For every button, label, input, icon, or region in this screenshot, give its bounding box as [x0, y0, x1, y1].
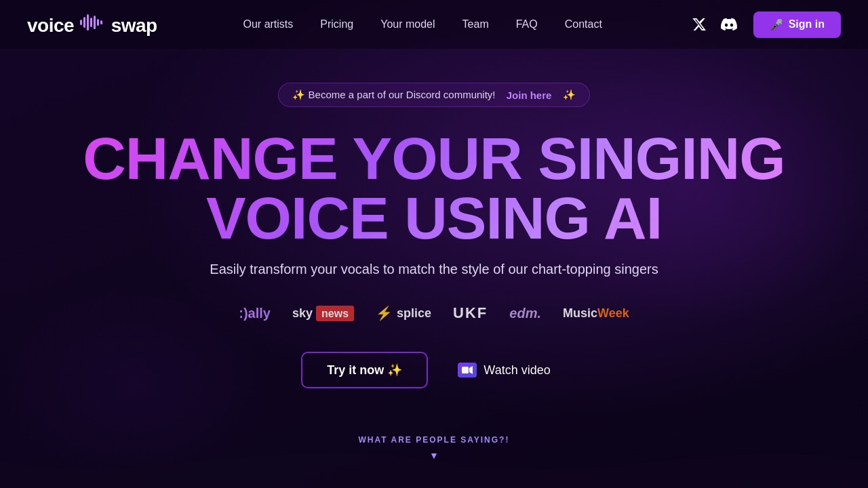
- nav-link-your-model[interactable]: Your model: [370, 13, 446, 36]
- try-now-label: Try it now ✨: [327, 363, 402, 378]
- logo[interactable]: voice swap: [27, 13, 157, 37]
- try-now-button[interactable]: Try it now ✨: [301, 352, 428, 388]
- nav-icons: 🎤 Sign in: [688, 12, 841, 38]
- watch-video-button[interactable]: Watch video: [441, 353, 566, 387]
- sign-in-button[interactable]: 🎤 Sign in: [753, 12, 841, 38]
- bottom-cta-text: WHAT ARE PEOPLE SAYING?!: [359, 435, 510, 445]
- svg-rect-0: [80, 20, 82, 25]
- svg-rect-1: [83, 17, 85, 28]
- cta-buttons: Try it now ✨ Watch video: [301, 352, 566, 388]
- svg-marker-8: [469, 366, 473, 374]
- nav-links: Our artists Pricing Your model Team FAQ …: [233, 13, 613, 36]
- discord-banner-link[interactable]: Join here: [507, 89, 552, 101]
- splice-lightning-icon: ⚡: [376, 305, 393, 321]
- sign-in-icon: 🎤: [770, 18, 783, 31]
- press-logo-musicweek: MusicWeek: [563, 306, 629, 321]
- discord-banner[interactable]: ✨ Become a part of our Discord community…: [278, 83, 589, 107]
- press-logos: :)ally sky news ⚡ splice UKF edm. MusicW…: [239, 304, 629, 322]
- press-logo-splice: ⚡ splice: [376, 305, 431, 321]
- logo-waveform-icon: [80, 13, 104, 32]
- hero-title: CHANGE YOUR SINGING VOICE USING AI: [83, 129, 785, 248]
- svg-rect-4: [94, 16, 96, 29]
- sign-in-label: Sign in: [789, 18, 825, 30]
- bottom-cta[interactable]: WHAT ARE PEOPLE SAYING?! ▼: [359, 435, 510, 461]
- svg-rect-5: [97, 19, 99, 26]
- nav-link-team[interactable]: Team: [452, 13, 500, 36]
- svg-rect-7: [462, 367, 469, 373]
- watch-video-label: Watch video: [484, 363, 550, 378]
- discord-icon[interactable]: [718, 14, 740, 35]
- navbar: voice swap Our artists Pricing Your mode…: [0, 0, 868, 49]
- hero-section: ✨ Become a part of our Discord community…: [0, 49, 868, 388]
- video-camera-icon: [458, 363, 477, 378]
- nav-link-contact[interactable]: Contact: [554, 13, 613, 36]
- svg-rect-3: [90, 18, 92, 27]
- svg-rect-6: [100, 20, 102, 24]
- nav-link-pricing[interactable]: Pricing: [309, 13, 364, 36]
- svg-rect-2: [87, 14, 89, 30]
- hero-title-line2: VOICE USING AI: [206, 184, 662, 251]
- press-logo-edm: edm.: [509, 306, 541, 321]
- nav-link-faq[interactable]: FAQ: [505, 13, 549, 36]
- discord-banner-suffix: ✨: [563, 89, 576, 101]
- nav-link-our-artists[interactable]: Our artists: [233, 13, 304, 36]
- press-logo-ukf: UKF: [453, 304, 488, 322]
- discord-banner-prefix: ✨ Become a part of our Discord community…: [292, 89, 495, 101]
- hero-title-line1: CHANGE YOUR SINGING: [83, 125, 785, 192]
- chevron-down-icon: ▼: [429, 450, 439, 461]
- twitter-icon[interactable]: [688, 14, 710, 35]
- logo-swap: swap: [111, 15, 157, 36]
- logo-voice: voice: [27, 15, 74, 36]
- press-logo-sky-news: sky news: [292, 306, 354, 321]
- press-logo-daily: :)ally: [239, 306, 271, 321]
- hero-subtitle: Easily transform your vocals to match th…: [210, 262, 658, 277]
